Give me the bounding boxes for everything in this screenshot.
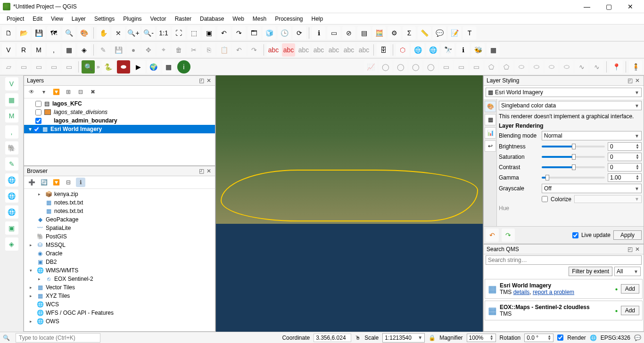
add-raster-icon[interactable]: R [17, 43, 30, 57]
browser-tree-item[interactable]: ▦notes.txt.txt [26, 207, 213, 215]
pan-icon[interactable]: ✋ [97, 26, 110, 40]
filter-legend-icon[interactable]: ▾ [39, 87, 49, 97]
tool-e-icon[interactable]: ▭ [62, 60, 75, 74]
apply-button[interactable]: Apply [613, 230, 642, 240]
virtual-data-source-icon[interactable]: ▣ [5, 221, 18, 235]
refresh-icon[interactable]: 🔄 [39, 178, 49, 187]
panel-close-icon[interactable]: ✕ [206, 77, 212, 84]
contrast-slider[interactable] [542, 166, 605, 168]
node-tool-icon[interactable]: ⌖ [157, 43, 170, 57]
toggle-edit-icon[interactable]: ✎ [97, 43, 110, 57]
browser-tree-item[interactable]: ▸⛁MSSQL [26, 241, 213, 249]
browser-tree-item[interactable]: ▸🌐OWS [26, 317, 213, 326]
browser-tree-item[interactable]: 〰SpatiaLite [26, 224, 213, 232]
tool-d-icon[interactable]: ▭ [47, 60, 60, 74]
layer-item[interactable]: lagos_state_divisions [24, 108, 215, 116]
browser-tree-item[interactable]: ▸📦kenya.zip [26, 190, 213, 198]
browser-tree-item[interactable]: 🐘PostGIS [26, 232, 213, 241]
lock-icon[interactable]: 🔒 [429, 335, 436, 341]
add-mesh-icon[interactable]: M [32, 43, 45, 57]
zoom-native-icon[interactable]: 1:1 [157, 26, 170, 40]
circle1-icon[interactable]: ◯ [379, 60, 392, 74]
new-layer-icon[interactable]: ◈ [5, 237, 18, 251]
streetview-icon[interactable]: 🧍 [629, 60, 642, 74]
redo-icon[interactable]: ↷ [248, 43, 261, 57]
expand-icon[interactable]: ▸ [30, 243, 34, 247]
properties-icon[interactable]: ℹ [76, 178, 85, 187]
history-tab-icon[interactable]: ↩ [485, 140, 496, 152]
copy-icon[interactable]: ⎘ [202, 43, 215, 57]
scale-selector[interactable]: 1:1213540▼ [382, 333, 425, 343]
layer-visibility-checkbox[interactable] [33, 126, 40, 132]
crs-icon[interactable]: 🌐 [590, 335, 597, 341]
layout-manager-icon[interactable]: 🔍 [62, 26, 75, 40]
new-project-icon[interactable]: 🗋 [2, 26, 15, 40]
tool-c-icon[interactable]: ▭ [32, 60, 45, 74]
transparency-tab-icon[interactable]: ▦ [485, 114, 496, 125]
ellipse3-icon[interactable]: ⬭ [545, 60, 558, 74]
style-manager-icon[interactable]: 🎨 [77, 26, 91, 40]
menu-edit[interactable]: Edit [29, 15, 46, 23]
qms-add-button[interactable]: Add [621, 306, 639, 315]
render-checkbox[interactable] [557, 335, 563, 341]
info-icon[interactable]: i [177, 60, 190, 74]
move-feature-icon[interactable]: ✥ [142, 43, 155, 57]
zoom-full-icon[interactable]: ⛶ [172, 26, 185, 40]
expand-icon[interactable]: ▾ [30, 268, 34, 273]
annotation-icon[interactable]: 📝 [448, 26, 461, 40]
browser-tree-item[interactable]: ◆GeoPackage [26, 215, 213, 224]
mesh-data-source-icon[interactable]: M [5, 109, 18, 122]
menu-project[interactable]: Project [3, 15, 28, 23]
curve2-icon[interactable]: ∿ [590, 60, 603, 74]
save-project-icon[interactable]: 💾 [32, 26, 45, 40]
panel-close-icon[interactable]: ✕ [634, 77, 641, 84]
browser-tree-item[interactable]: ▾🌐WMS/WMTS [26, 266, 213, 275]
save-edits-icon[interactable]: 💾 [112, 43, 125, 57]
metasearch-icon[interactable]: 🔭 [441, 43, 454, 57]
filter-icon[interactable]: 🔽 [51, 178, 61, 187]
add-virtual-icon[interactable]: ▦ [62, 43, 75, 57]
maximize-button[interactable]: ▢ [598, 0, 619, 13]
menu-raster[interactable]: Raster [171, 15, 195, 23]
expand-all-icon[interactable]: ⊞ [64, 87, 73, 97]
remove-layer-icon[interactable]: ✖ [88, 87, 98, 97]
tool-b-icon[interactable]: ▭ [17, 60, 30, 74]
zoom-last-icon[interactable]: ↶ [217, 26, 231, 40]
temporal-icon[interactable]: 🕒 [278, 26, 291, 40]
wcs-data-source-icon[interactable]: 🌐 [5, 205, 18, 219]
blending-mode-selector[interactable]: Normal▼ [542, 131, 642, 140]
zoom-out-icon[interactable]: 🔍- [142, 26, 155, 40]
ellipse4-icon[interactable]: ⬭ [560, 60, 573, 74]
messages-icon[interactable]: 💬 [634, 335, 641, 341]
measure-icon[interactable]: 📏 [418, 26, 431, 40]
grayscale-selector[interactable]: Off▼ [542, 184, 642, 193]
coord-input[interactable] [314, 334, 351, 342]
panel-float-icon[interactable]: ◰ [198, 77, 205, 84]
identify-icon[interactable]: ℹ [312, 26, 325, 40]
browser-tree-item[interactable]: 🌐WFS / OGC API - Features [26, 309, 213, 317]
expand-icon[interactable]: ▸ [38, 277, 43, 281]
zoom-layer-icon[interactable]: ▣ [202, 26, 215, 40]
qms-report-link[interactable]: report a problem [533, 289, 574, 295]
live-update-checkbox[interactable] [572, 232, 578, 238]
browser-tree-item[interactable]: 🌐WCS [26, 300, 213, 309]
undo-icon[interactable]: ↶ [232, 43, 246, 57]
locator-input[interactable] [16, 333, 100, 343]
colorize-color[interactable]: ▼ [574, 195, 642, 203]
toolbox-icon[interactable]: ⚙ [388, 26, 401, 40]
histogram-tab-icon[interactable]: 📊 [485, 127, 496, 139]
menu-database[interactable]: Database [196, 15, 228, 23]
panel-close-icon[interactable]: ✕ [634, 246, 641, 253]
gamma-slider[interactable] [542, 177, 605, 179]
panel-float-icon[interactable]: ◰ [627, 246, 633, 253]
python-icon[interactable]: 🐍 [102, 60, 115, 74]
maptips-icon[interactable]: 💬 [433, 26, 446, 40]
qms-settings-icon[interactable]: ▦ [487, 43, 500, 57]
label-tool3-icon[interactable]: abc [297, 43, 310, 57]
renderer-selector[interactable]: Singleband color data ▼ [499, 101, 642, 110]
rect2-icon[interactable]: ▭ [454, 60, 468, 74]
select-icon[interactable]: ▭ [327, 26, 340, 40]
qms-plugin-icon[interactable]: 🐝 [471, 43, 485, 57]
refresh-icon[interactable]: ⟳ [293, 26, 306, 40]
panel-float-icon[interactable]: ◰ [627, 77, 633, 84]
